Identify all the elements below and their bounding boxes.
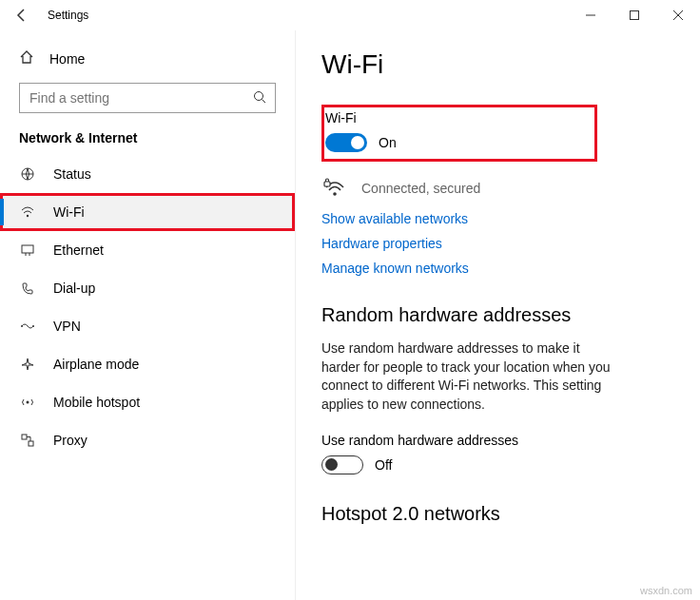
titlebar: Settings: [0, 0, 700, 30]
link-known-networks[interactable]: Manage known networks: [321, 261, 673, 276]
window-title: Settings: [44, 9, 569, 22]
nav-list: Status Wi-Fi Ethernet Dial-up VPN Airpla…: [0, 155, 295, 459]
nav-item-wifi[interactable]: Wi-Fi: [0, 193, 295, 231]
svg-point-8: [27, 215, 29, 217]
main-panel: Wi-Fi Wi-Fi On Connected, secured Show a…: [295, 30, 700, 600]
nav-item-hotspot[interactable]: Mobile hotspot: [0, 383, 295, 421]
search-wrap: [19, 83, 276, 113]
arrow-left-icon: [14, 8, 29, 23]
svg-rect-1: [631, 11, 639, 20]
airplane-icon: [19, 357, 36, 372]
nav-label: Dial-up: [53, 281, 95, 296]
sidebar: Home Network & Internet Status Wi-Fi Eth…: [0, 30, 295, 600]
random-toggle-row: Off: [321, 455, 673, 474]
nav-label: Proxy: [53, 433, 88, 448]
wifi-toggle-row: On: [325, 133, 588, 152]
random-toggle[interactable]: [321, 455, 363, 474]
nav-item-ethernet[interactable]: Ethernet: [0, 231, 295, 269]
watermark: wsxdn.com: [640, 585, 692, 596]
maximize-button[interactable]: [612, 0, 656, 30]
random-addresses-desc: Use random hardware addresses to make it…: [321, 339, 616, 414]
nav-item-airplane[interactable]: Airplane mode: [0, 345, 295, 383]
home-label: Home: [49, 51, 85, 67]
close-icon: [673, 10, 683, 20]
wifi-toggle[interactable]: [325, 133, 367, 152]
ethernet-icon: [19, 242, 36, 258]
svg-rect-20: [324, 182, 330, 186]
nav-item-proxy[interactable]: Proxy: [0, 421, 295, 459]
connection-row: Connected, secured: [321, 175, 673, 202]
svg-point-14: [27, 401, 29, 404]
svg-line-5: [262, 100, 266, 104]
minimize-button[interactable]: [569, 0, 612, 30]
nav-label: Wi-Fi: [53, 204, 85, 220]
svg-rect-9: [22, 245, 33, 253]
home-nav[interactable]: Home: [0, 40, 295, 77]
nav-label: Status: [53, 166, 91, 182]
connection-status: Connected, secured: [361, 181, 480, 196]
home-icon: [19, 49, 34, 68]
nav-item-status[interactable]: Status: [0, 155, 295, 193]
svg-rect-15: [22, 435, 27, 439]
link-available-networks[interactable]: Show available networks: [321, 211, 673, 226]
nav-label: Ethernet: [53, 242, 104, 258]
svg-point-13: [32, 325, 34, 327]
hotspot-title: Hotspot 2.0 networks: [321, 503, 673, 525]
minimize-icon: [586, 10, 595, 20]
svg-point-4: [255, 92, 263, 101]
search-input[interactable]: [19, 83, 276, 113]
maximize-icon: [630, 10, 639, 20]
nav-item-vpn[interactable]: VPN: [0, 307, 295, 345]
window-controls: [569, 0, 700, 30]
page-title: Wi-Fi: [321, 49, 673, 80]
wifi-toggle-block: Wi-Fi On: [321, 105, 597, 162]
random-addresses-title: Random hardware addresses: [321, 304, 673, 326]
random-toggle-label: Use random hardware addresses: [321, 433, 673, 448]
wifi-toggle-state: On: [379, 135, 397, 150]
section-header: Network & Internet: [0, 123, 295, 155]
wifi-icon: [19, 204, 36, 220]
search-icon: [253, 90, 266, 106]
nav-label: Airplane mode: [53, 357, 139, 372]
svg-point-19: [333, 192, 337, 196]
nav-label: Mobile hotspot: [53, 395, 140, 410]
dialup-icon: [19, 281, 36, 296]
link-hardware-properties[interactable]: Hardware properties: [321, 236, 673, 251]
nav-item-dialup[interactable]: Dial-up: [0, 269, 295, 307]
hotspot-icon: [19, 395, 36, 410]
svg-rect-16: [29, 441, 33, 446]
nav-label: VPN: [53, 319, 81, 334]
status-icon: [19, 166, 36, 182]
close-button[interactable]: [656, 0, 700, 30]
svg-point-12: [21, 325, 23, 327]
wifi-secured-icon: [321, 175, 348, 202]
back-button[interactable]: [0, 0, 44, 30]
vpn-icon: [19, 319, 36, 334]
random-toggle-state: Off: [375, 457, 392, 473]
wifi-toggle-label: Wi-Fi: [325, 110, 588, 126]
proxy-icon: [19, 433, 36, 448]
